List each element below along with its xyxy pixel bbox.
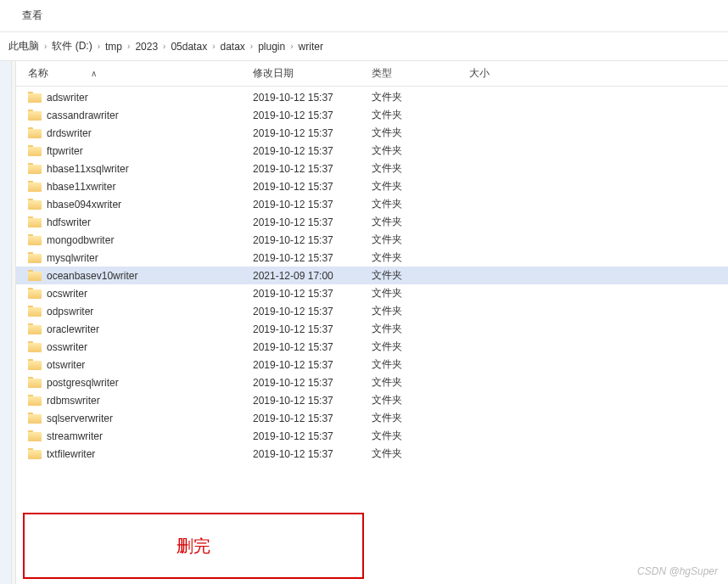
breadcrumb-item[interactable]: tmp xyxy=(105,41,122,53)
file-row[interactable]: streamwriter2019-10-12 15:37文件夹 xyxy=(16,427,728,445)
main-area: 名称 ∧ 修改日期 类型 大小 adswriter2019-10-12 15:3… xyxy=(0,61,728,584)
file-name-label: oceanbasev10writer xyxy=(47,270,137,282)
file-date-cell: 2019-10-12 15:37 xyxy=(253,395,372,407)
file-type-cell: 文件夹 xyxy=(372,304,469,318)
file-row[interactable]: hbase094xwriter2019-10-12 15:37文件夹 xyxy=(16,195,728,213)
file-date-cell: 2019-10-12 15:37 xyxy=(253,359,372,371)
file-name-cell: postgresqlwriter xyxy=(28,377,253,389)
file-name-cell: hbase11xwriter xyxy=(28,181,253,193)
file-name-cell: hbase11xsqlwriter xyxy=(28,163,253,175)
file-row[interactable]: oraclewriter2019-10-12 15:37文件夹 xyxy=(16,320,728,338)
column-header-date[interactable]: 修改日期 xyxy=(253,66,372,81)
file-name-label: odpswriter xyxy=(47,306,93,317)
file-date-cell: 2019-10-12 15:37 xyxy=(253,430,372,442)
file-row[interactable]: oceanbasev10writer2021-12-09 17:00文件夹 xyxy=(16,267,728,284)
file-name-label: otswriter xyxy=(47,359,85,371)
file-type-cell: 文件夹 xyxy=(372,108,469,122)
breadcrumb-item[interactable]: 软件 (D:) xyxy=(52,39,92,53)
file-date-cell: 2019-10-12 15:37 xyxy=(253,163,372,175)
column-header-name[interactable]: 名称 ∧ xyxy=(28,66,253,81)
file-row[interactable]: hdfswriter2019-10-12 15:37文件夹 xyxy=(16,213,728,231)
file-type-cell: 文件夹 xyxy=(372,322,469,336)
file-name-cell: adswriter xyxy=(28,92,253,104)
file-name-label: hbase11xsqlwriter xyxy=(47,163,129,175)
file-date-cell: 2019-10-12 15:37 xyxy=(253,110,372,121)
file-type-cell: 文件夹 xyxy=(372,429,469,443)
file-type-cell: 文件夹 xyxy=(372,233,469,247)
file-row[interactable]: otswriter2019-10-12 15:37文件夹 xyxy=(16,356,728,373)
file-type-cell: 文件夹 xyxy=(372,90,469,104)
file-date-cell: 2019-10-12 15:37 xyxy=(253,234,372,246)
file-row[interactable]: rdbmswriter2019-10-12 15:37文件夹 xyxy=(16,391,728,409)
nav-pane-stub[interactable] xyxy=(0,61,12,584)
file-row[interactable]: osswriter2019-10-12 15:37文件夹 xyxy=(16,338,728,356)
file-row[interactable]: adswriter2019-10-12 15:37文件夹 xyxy=(16,88,728,106)
file-row[interactable]: postgresqlwriter2019-10-12 15:37文件夹 xyxy=(16,373,728,391)
breadcrumb-item[interactable]: datax xyxy=(220,41,244,53)
file-row[interactable]: drdswriter2019-10-12 15:37文件夹 xyxy=(16,124,728,142)
folder-icon xyxy=(28,163,42,174)
file-name-cell: drdswriter xyxy=(28,127,253,139)
file-type-cell: 文件夹 xyxy=(372,179,469,194)
file-date-cell: 2019-10-12 15:37 xyxy=(253,413,372,424)
file-name-label: hdfswriter xyxy=(47,216,91,228)
column-header-size[interactable]: 大小 xyxy=(469,66,537,81)
file-date-cell: 2019-10-12 15:37 xyxy=(253,216,372,228)
file-name-label: mongodbwriter xyxy=(47,234,114,246)
file-name-cell: ocswriter xyxy=(28,288,253,300)
file-type-cell: 文件夹 xyxy=(372,357,469,372)
file-row[interactable]: mysqlwriter2019-10-12 15:37文件夹 xyxy=(16,249,728,267)
file-row[interactable]: cassandrawriter2019-10-12 15:37文件夹 xyxy=(16,106,728,124)
file-name-cell: mysqlwriter xyxy=(28,252,253,264)
annotation-text: 删完 xyxy=(176,535,210,558)
file-list: adswriter2019-10-12 15:37文件夹cassandrawri… xyxy=(16,87,728,463)
folder-icon xyxy=(28,199,42,210)
file-name-label: txtfilewriter xyxy=(47,448,95,460)
file-row[interactable]: sqlserverwriter2019-10-12 15:37文件夹 xyxy=(16,409,728,427)
breadcrumb[interactable]: 此电脑›软件 (D:)›tmp›2023›05datax›datax›plugi… xyxy=(0,32,728,61)
file-name-label: ftpwriter xyxy=(47,145,83,157)
chevron-right-icon: › xyxy=(127,42,130,51)
file-name-cell: mongodbwriter xyxy=(28,234,253,246)
folder-icon xyxy=(28,306,42,317)
folder-icon xyxy=(28,110,42,121)
breadcrumb-item[interactable]: 此电脑 xyxy=(8,39,39,53)
file-type-cell: 文件夹 xyxy=(372,411,469,425)
file-date-cell: 2019-10-12 15:37 xyxy=(253,323,372,335)
file-name-label: adswriter xyxy=(47,92,88,104)
file-type-cell: 文件夹 xyxy=(372,126,469,140)
file-type-cell: 文件夹 xyxy=(372,268,469,283)
chevron-right-icon: › xyxy=(44,42,47,51)
file-name-cell: txtfilewriter xyxy=(28,448,253,460)
breadcrumb-item[interactable]: 2023 xyxy=(135,41,158,53)
file-date-cell: 2021-12-09 17:00 xyxy=(253,270,372,282)
breadcrumb-item[interactable]: plugin xyxy=(258,41,285,53)
file-type-cell: 文件夹 xyxy=(372,446,469,461)
file-type-cell: 文件夹 xyxy=(372,143,469,158)
file-name-cell: ftpwriter xyxy=(28,145,253,157)
file-row[interactable]: mongodbwriter2019-10-12 15:37文件夹 xyxy=(16,231,728,249)
file-row[interactable]: ftpwriter2019-10-12 15:37文件夹 xyxy=(16,142,728,160)
file-row[interactable]: odpswriter2019-10-12 15:37文件夹 xyxy=(16,302,728,320)
file-type-cell: 文件夹 xyxy=(372,215,469,229)
folder-icon xyxy=(28,430,42,441)
folder-icon xyxy=(28,359,42,370)
folder-icon xyxy=(28,127,42,138)
file-row[interactable]: hbase11xwriter2019-10-12 15:37文件夹 xyxy=(16,177,728,195)
file-row[interactable]: txtfilewriter2019-10-12 15:37文件夹 xyxy=(16,445,728,463)
file-name-label: hbase094xwriter xyxy=(47,199,121,211)
menu-view[interactable]: 查看 xyxy=(17,7,48,25)
file-date-cell: 2019-10-12 15:37 xyxy=(253,377,372,389)
file-date-cell: 2019-10-12 15:37 xyxy=(253,127,372,139)
file-row[interactable]: ocswriter2019-10-12 15:37文件夹 xyxy=(16,284,728,302)
chevron-right-icon: › xyxy=(250,42,253,51)
folder-icon xyxy=(28,448,42,459)
breadcrumb-item[interactable]: writer xyxy=(299,41,323,53)
file-type-cell: 文件夹 xyxy=(372,340,469,354)
breadcrumb-item[interactable]: 05datax xyxy=(171,41,207,53)
file-row[interactable]: hbase11xsqlwriter2019-10-12 15:37文件夹 xyxy=(16,160,728,177)
file-name-cell: oceanbasev10writer xyxy=(28,270,253,282)
file-date-cell: 2019-10-12 15:37 xyxy=(253,306,372,317)
folder-icon xyxy=(28,395,42,406)
column-header-type[interactable]: 类型 xyxy=(372,66,469,81)
